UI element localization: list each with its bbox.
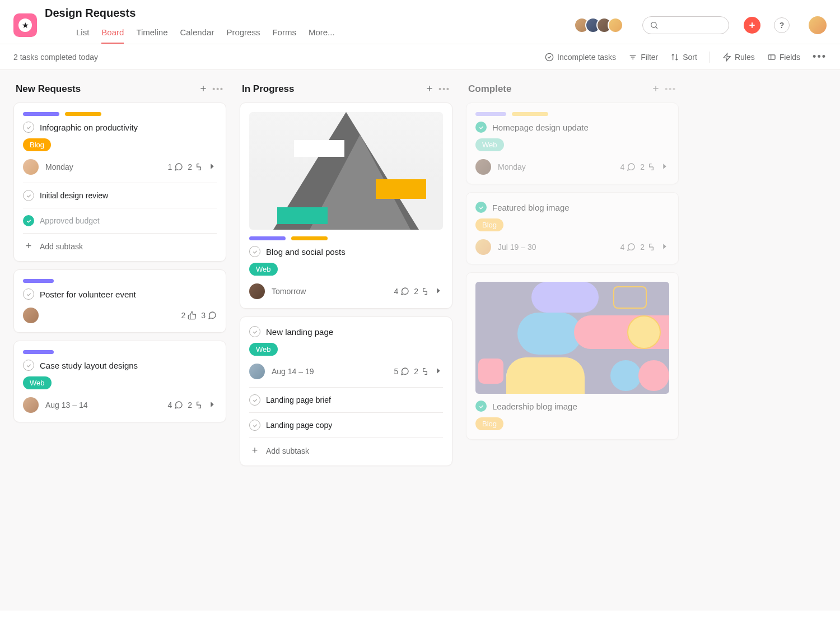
tab-forms[interactable]: Forms	[272, 24, 296, 44]
tab-board[interactable]: Board	[101, 24, 124, 44]
avatar[interactable]	[608, 17, 623, 33]
svg-marker-13	[211, 164, 213, 169]
column-more-icon[interactable]: •••	[438, 85, 450, 94]
add-button[interactable]	[744, 17, 760, 34]
complete-task-checkbox[interactable]	[23, 122, 34, 133]
assignee-avatar[interactable]	[23, 159, 39, 175]
task-stat-comment: 5	[394, 367, 409, 376]
search-input[interactable]	[642, 16, 729, 34]
add-card-button[interactable]	[425, 84, 434, 95]
task-card[interactable]: Leadership blog image Blog	[466, 272, 679, 440]
task-card[interactable]: Featured blog image BlogJul 19 – 3042	[466, 192, 679, 264]
add-subtask-button[interactable]: + Add subtask	[249, 438, 443, 457]
color-pill	[23, 112, 59, 116]
svg-line-1	[656, 27, 657, 29]
complete-task-checkbox[interactable]	[475, 202, 487, 213]
add-subtask-label: Add subtask	[266, 446, 309, 455]
filter-button[interactable]: Filter	[628, 53, 658, 62]
task-card[interactable]: Infographic on productivity BlogMonday12…	[13, 103, 226, 262]
add-card-button[interactable]	[651, 84, 660, 95]
complete-subtask-checkbox[interactable]	[23, 190, 34, 201]
complete-subtask-checkbox[interactable]	[249, 420, 260, 431]
complete-task-checkbox[interactable]	[23, 288, 34, 300]
fields-button[interactable]: Fields	[767, 53, 800, 62]
assignee-avatar[interactable]	[475, 159, 491, 175]
expand-card-icon[interactable]	[434, 286, 443, 297]
column-more-icon[interactable]: •••	[212, 85, 224, 94]
task-tag[interactable]: Web	[475, 138, 504, 151]
tab-progress[interactable]: Progress	[226, 24, 260, 44]
due-date[interactable]: Aug 14 – 19	[272, 367, 314, 376]
project-header: ★ Design Requests List Board Timeline Ca…	[0, 0, 840, 44]
due-date[interactable]: Jul 19 – 30	[498, 243, 536, 252]
task-title: Leadership blog image	[492, 402, 577, 411]
due-date[interactable]: Monday	[498, 162, 526, 171]
subtask-row[interactable]: Landing page brief	[249, 388, 443, 413]
column-more-icon[interactable]: •••	[665, 85, 676, 94]
tab-timeline[interactable]: Timeline	[136, 24, 167, 44]
tab-more[interactable]: More...	[309, 24, 335, 44]
incomplete-tasks-filter[interactable]: Incomplete tasks	[545, 53, 616, 62]
more-icon[interactable]: •••	[813, 51, 827, 63]
assignee-avatar[interactable]	[249, 364, 265, 379]
sort-button[interactable]: Sort	[670, 53, 697, 62]
complete-subtask-checkbox[interactable]	[23, 215, 34, 226]
add-subtask-button[interactable]: + Add subtask	[23, 234, 217, 252]
board-column: Complete ••• Homepage design update WebM…	[466, 83, 679, 448]
expand-card-icon[interactable]	[208, 162, 217, 173]
task-card[interactable]: Poster for volunteer event 23	[13, 269, 226, 333]
project-icon[interactable]: ★	[13, 13, 37, 37]
expand-card-icon[interactable]	[208, 400, 217, 411]
tab-calendar[interactable]: Calendar	[180, 24, 214, 44]
task-card[interactable]: New landing page WebAug 14 – 1952 Landin…	[240, 317, 452, 466]
task-tag[interactable]: Blog	[475, 218, 503, 231]
view-tabs: List Board Timeline Calendar Progress Fo…	[76, 24, 335, 44]
help-button[interactable]: ?	[774, 17, 790, 33]
expand-card-icon[interactable]	[434, 366, 443, 377]
rules-button[interactable]: Rules	[722, 53, 755, 62]
expand-card-icon[interactable]	[660, 162, 669, 173]
task-tag[interactable]: Web	[249, 343, 278, 356]
expand-card-icon[interactable]	[660, 242, 669, 253]
task-card[interactable]: Blog and social posts WebTomorrow42	[240, 103, 452, 309]
assignee-avatar[interactable]	[23, 397, 39, 413]
task-title: Poster for volunteer event	[40, 290, 136, 299]
task-stat-comment: 4	[620, 162, 636, 171]
subtask-row[interactable]: Approved budget	[23, 208, 217, 234]
task-stat-comment: 4	[620, 243, 636, 252]
due-date[interactable]: Monday	[45, 162, 73, 171]
task-card[interactable]: Homepage design update WebMonday42	[466, 103, 679, 184]
task-tag[interactable]: Blog	[475, 417, 503, 430]
add-card-button[interactable]	[199, 84, 208, 95]
assignee-avatar[interactable]	[23, 308, 39, 323]
complete-task-checkbox[interactable]	[475, 401, 487, 412]
complete-task-checkbox[interactable]	[475, 122, 487, 133]
member-avatars[interactable]	[574, 17, 623, 33]
check-circle-icon	[545, 53, 554, 62]
task-stat-subtask: 2	[414, 287, 430, 296]
complete-task-checkbox[interactable]	[23, 360, 34, 371]
kanban-board: New Requests ••• Infographic on producti…	[0, 70, 840, 611]
subtask-row[interactable]: Initial design review	[23, 183, 217, 208]
svg-marker-21	[663, 164, 666, 169]
tab-list[interactable]: List	[76, 24, 89, 44]
assignee-avatar[interactable]	[475, 239, 491, 255]
assignee-avatar[interactable]	[249, 283, 265, 299]
color-pill	[249, 236, 286, 240]
task-card[interactable]: Case study layout designs WebAug 13 – 14…	[13, 341, 226, 422]
task-tag[interactable]: Blog	[23, 138, 51, 151]
complete-task-checkbox[interactable]	[249, 246, 260, 257]
task-tag[interactable]: Web	[23, 376, 52, 389]
subtask-title: Initial design review	[40, 191, 108, 200]
due-date[interactable]: Tomorrow	[272, 287, 306, 296]
complete-subtask-checkbox[interactable]	[249, 394, 260, 406]
complete-task-checkbox[interactable]	[249, 326, 260, 337]
task-stat-like: 2	[181, 311, 197, 320]
project-title: Design Requests	[45, 7, 335, 20]
card-cover-image	[475, 282, 669, 394]
task-tag[interactable]: Web	[249, 263, 278, 276]
subtask-row[interactable]: Landing page copy	[249, 413, 443, 438]
user-avatar[interactable]	[809, 16, 827, 34]
star-icon: ★	[22, 21, 29, 30]
due-date[interactable]: Aug 13 – 14	[45, 401, 88, 409]
